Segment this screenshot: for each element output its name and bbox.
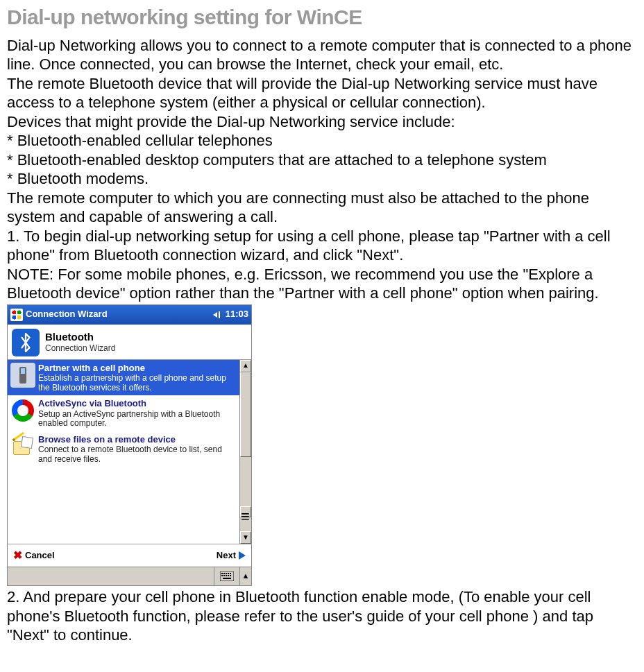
- wizard-option-list: Partner with a cell phone Establish a pa…: [8, 360, 239, 544]
- svg-rect-10: [230, 575, 231, 576]
- svg-rect-11: [223, 578, 231, 579]
- clock-time[interactable]: 11:03: [226, 309, 248, 320]
- option-title: Browse files on a remote device: [38, 434, 237, 445]
- scroll-track[interactable]: ≡: [240, 372, 251, 532]
- svg-rect-6: [221, 575, 223, 576]
- window-titlebar: Connection Wizard 11:03: [8, 305, 251, 325]
- scroll-down-button[interactable]: ▼: [240, 531, 251, 544]
- wizard-bottom-bar: ✖ Cancel Next: [8, 544, 251, 567]
- option-desc: Setup an ActiveSync partnership with a B…: [38, 410, 237, 429]
- option-desc: Establish a partnership with a cell phon…: [38, 374, 237, 393]
- bullet-3: * Bluetooth modems.: [7, 169, 637, 189]
- cancel-label: Cancel: [25, 550, 55, 561]
- next-button[interactable]: Next: [217, 550, 246, 561]
- start-flag-icon[interactable]: [10, 309, 23, 321]
- window-title: Connection Wizard: [26, 309, 108, 320]
- option-desc: Connect to a remote Bluetooth device to …: [38, 445, 237, 465]
- bullet-1: * Bluetooth-enabled cellular telephones: [7, 131, 637, 150]
- scroll-marker: ≡: [240, 506, 251, 517]
- svg-rect-1: [221, 573, 223, 574]
- svg-rect-4: [228, 573, 229, 574]
- scroll-thumb[interactable]: [240, 372, 251, 457]
- svg-rect-5: [230, 573, 231, 574]
- intro-paragraph-4: The remote computer to which you are con…: [7, 189, 637, 227]
- option-title: ActiveSync via Bluetooth: [38, 398, 237, 409]
- wizard-header-title: Bluetooth: [45, 331, 115, 344]
- page-title: Dial-up networking setting for WinCE: [7, 4, 637, 31]
- sip-up-button[interactable]: ▲: [239, 567, 251, 585]
- close-icon: ✖: [13, 549, 22, 562]
- intro-paragraph-3: Devices that might provide the Dial-up N…: [7, 112, 637, 132]
- svg-rect-3: [226, 573, 227, 574]
- volume-icon[interactable]: [213, 310, 223, 320]
- svg-rect-9: [228, 575, 229, 576]
- svg-rect-8: [226, 575, 227, 576]
- option-title: Partner with a cell phone: [38, 363, 237, 374]
- step-1: 1. To begin dial-up networking setup for…: [7, 227, 637, 265]
- option-activesync[interactable]: ActiveSync via Bluetooth Setup an Active…: [8, 395, 239, 431]
- option-browse-files[interactable]: Browse files on a remote device Connect …: [8, 431, 239, 467]
- bluetooth-icon: [12, 329, 40, 356]
- wizard-header-subtitle: Connection Wizard: [45, 343, 115, 354]
- svg-rect-7: [223, 575, 225, 576]
- activesync-icon: [10, 398, 35, 423]
- step-2: 2. And prepare your cell phone in Blueto…: [7, 587, 637, 645]
- wince-screenshot: Connection Wizard 11:03 Bluetooth Connec…: [7, 304, 252, 587]
- svg-rect-2: [223, 573, 225, 574]
- keyboard-button[interactable]: [214, 567, 239, 585]
- bullet-2: * Bluetooth-enabled desktop computers th…: [7, 150, 637, 170]
- browse-files-icon: [10, 434, 35, 459]
- next-label: Next: [217, 550, 236, 561]
- arrow-right-icon: [239, 551, 246, 560]
- sip-bar: ▲: [8, 567, 251, 585]
- intro-paragraph-1: Dial-up Networking allows you to connect…: [7, 36, 637, 74]
- note-1: NOTE: For some mobile phones, e.g. Erics…: [7, 265, 637, 303]
- scrollbar[interactable]: ▲ ≡ ▼: [239, 360, 251, 544]
- cell-phone-icon: [10, 363, 35, 388]
- cancel-button[interactable]: ✖ Cancel: [13, 549, 55, 562]
- option-partner-cell-phone[interactable]: Partner with a cell phone Establish a pa…: [8, 360, 239, 396]
- wizard-header: Bluetooth Connection Wizard: [8, 325, 251, 359]
- scroll-up-button[interactable]: ▲: [240, 360, 251, 372]
- intro-paragraph-2: The remote Bluetooth device that will pr…: [7, 74, 637, 112]
